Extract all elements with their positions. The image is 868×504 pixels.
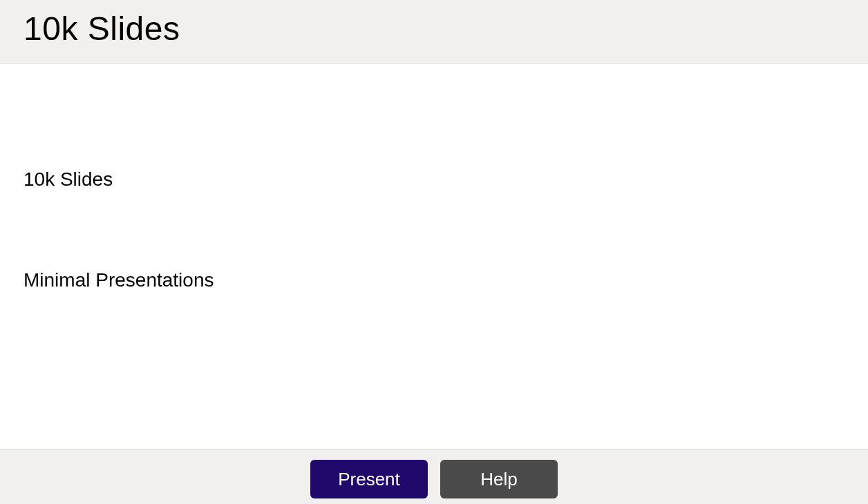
header-bar: 10k Slides bbox=[0, 0, 868, 64]
content-line: Minimal Presentations bbox=[23, 266, 845, 293]
help-button[interactable]: Help bbox=[440, 460, 558, 498]
content-line: 10k Slides bbox=[23, 166, 845, 193]
content-blank-line bbox=[23, 367, 845, 410]
editor-content[interactable]: 10k Slides Minimal Presentations Get Sta… bbox=[0, 64, 868, 449]
present-button[interactable]: Present bbox=[310, 460, 428, 498]
footer-bar: Present Help bbox=[0, 449, 868, 504]
app-title: 10k Slides bbox=[23, 10, 845, 48]
